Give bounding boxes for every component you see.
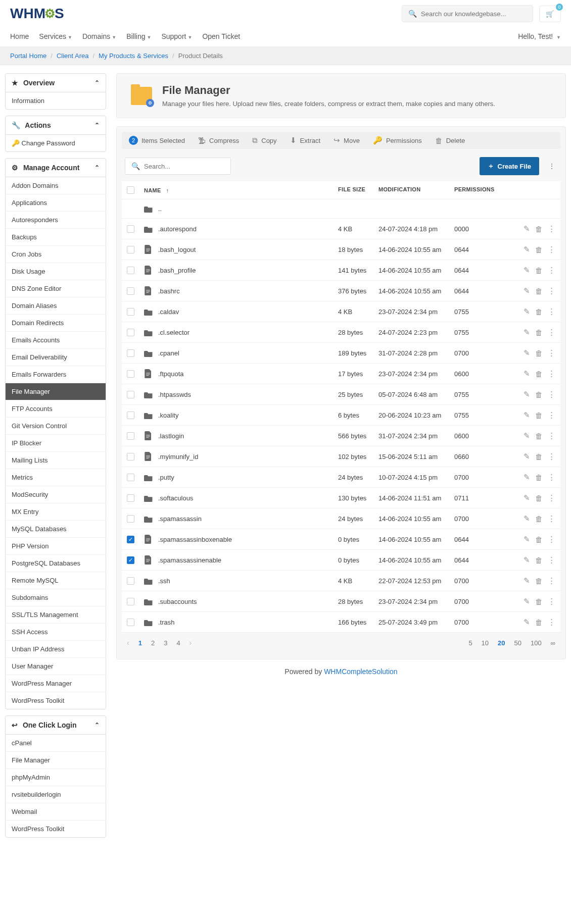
trash-icon[interactable]: 🗑 xyxy=(535,452,543,461)
table-row[interactable]: ✓.spamassassinboxenable0 bytes14-06-2024… xyxy=(122,529,560,550)
sidebar-item-php-version[interactable]: PHP Version xyxy=(6,537,106,554)
trash-icon[interactable]: 🗑 xyxy=(535,535,543,544)
row-checkbox[interactable] xyxy=(127,619,134,626)
more-vert-icon[interactable]: ⋮ xyxy=(548,348,555,357)
edit-icon[interactable]: ✎ xyxy=(524,410,530,420)
table-row[interactable]: .bash_profile141 bytes14-06-2024 10:55 a… xyxy=(122,260,560,281)
more-vert-icon[interactable]: ⋮ xyxy=(548,369,555,378)
sidebar-item-postgresql-databases[interactable]: PostgreSQL Databases xyxy=(6,554,106,572)
sidebar-item-emails-forwarders[interactable]: Emails Forwarders xyxy=(6,366,106,383)
row-checkbox[interactable] xyxy=(127,577,134,585)
edit-icon[interactable]: ✎ xyxy=(524,535,530,544)
sidebar-item-domain-redirects[interactable]: Domain Redirects xyxy=(6,314,106,331)
more-vert-icon[interactable]: ⋮ xyxy=(548,473,555,482)
row-checkbox[interactable] xyxy=(127,246,134,253)
breadcrumb-item[interactable]: My Products & Services xyxy=(99,52,168,60)
row-checkbox[interactable] xyxy=(127,225,134,233)
edit-icon[interactable]: ✎ xyxy=(524,493,530,502)
more-vert-icon[interactable]: ⋮ xyxy=(548,245,555,254)
more-vert-icon[interactable]: ⋮ xyxy=(548,410,555,420)
panel-head-overview[interactable]: ★ Overview⌃ xyxy=(6,74,106,92)
sidebar-item-domain-aliases[interactable]: Domain Aliases xyxy=(6,297,106,314)
trash-icon[interactable]: 🗑 xyxy=(535,349,543,357)
trash-icon[interactable]: 🗑 xyxy=(535,556,543,564)
edit-icon[interactable]: ✎ xyxy=(524,452,530,461)
edit-icon[interactable]: ✎ xyxy=(524,576,530,585)
row-checkbox[interactable]: ✓ xyxy=(127,536,134,543)
file-search-input[interactable] xyxy=(144,163,229,170)
table-row[interactable]: .putty24 bytes10-07-2024 4:15 pm0700✎🗑⋮ xyxy=(122,467,560,488)
sidebar-item-git-version-control[interactable]: Git Version Control xyxy=(6,417,106,434)
sidebar-item-file-manager[interactable]: File Manager xyxy=(6,383,106,400)
more-vert-icon[interactable]: ⋮ xyxy=(548,452,555,461)
row-checkbox[interactable]: ✓ xyxy=(127,556,134,564)
sidebar-item-disk-usage[interactable]: Disk Usage xyxy=(6,263,106,280)
table-row[interactable]: .koality6 bytes20-06-2024 10:23 am0755✎🗑… xyxy=(122,405,560,426)
edit-icon[interactable]: ✎ xyxy=(524,266,530,275)
more-vert-icon[interactable]: ⋮ xyxy=(548,390,555,399)
row-checkbox[interactable] xyxy=(127,391,134,398)
more-vert-icon[interactable]: ⋮ xyxy=(548,493,555,502)
page-3[interactable]: 3 xyxy=(164,639,167,647)
sidebar-item-dns-zone-editor[interactable]: DNS Zone Editor xyxy=(6,280,106,297)
edit-icon[interactable]: ✎ xyxy=(524,390,530,399)
trash-icon[interactable]: 🗑 xyxy=(535,245,543,254)
table-row[interactable]: .ssh4 KB22-07-2024 12:53 pm0700✎🗑⋮ xyxy=(122,571,560,591)
column-name[interactable]: NAME ↑ xyxy=(144,186,338,194)
edit-icon[interactable]: ✎ xyxy=(524,369,530,378)
breadcrumb-item[interactable]: Portal Home xyxy=(10,52,46,60)
more-vert-icon[interactable]: ⋮ xyxy=(548,576,555,585)
create-file-button[interactable]: ＋Create File xyxy=(480,157,539,175)
page-4[interactable]: 4 xyxy=(176,639,180,647)
sidebar-item-unban-ip-address[interactable]: Unban IP Address xyxy=(6,640,106,657)
trash-icon[interactable]: 🗑 xyxy=(535,370,543,378)
sidebar-item-mysql-databases[interactable]: MySQL Databases xyxy=(6,520,106,537)
edit-icon[interactable]: ✎ xyxy=(524,307,530,316)
more-vert-icon[interactable]: ⋮ xyxy=(548,618,555,627)
footer-link[interactable]: WHMCompleteSolution xyxy=(324,668,398,676)
sidebar-item-user-manager[interactable]: User Manager xyxy=(6,657,106,675)
pagesize-∞[interactable]: ∞ xyxy=(551,639,555,647)
trash-icon[interactable]: 🗑 xyxy=(535,597,543,606)
row-checkbox[interactable] xyxy=(127,308,134,316)
trash-icon[interactable]: 🗑 xyxy=(535,515,543,523)
sidebar-item-backups[interactable]: Backups xyxy=(6,228,106,245)
page-2[interactable]: 2 xyxy=(151,639,155,647)
sidebar-item-cpanel[interactable]: cPanel xyxy=(6,735,106,751)
row-checkbox[interactable] xyxy=(127,494,134,502)
edit-icon[interactable]: ✎ xyxy=(524,618,530,627)
table-row[interactable]: .cpanel189 bytes31-07-2024 2:28 pm0700✎🗑… xyxy=(122,343,560,364)
pagesize-10[interactable]: 10 xyxy=(482,639,489,647)
more-vert-icon[interactable]: ⋮ xyxy=(548,224,555,233)
trash-icon[interactable]: 🗑 xyxy=(535,618,543,627)
logo[interactable]: WHM⚙S xyxy=(10,6,64,22)
sidebar-item-ip-blocker[interactable]: IP Blocker xyxy=(6,434,106,451)
sidebar-item-autoresponders[interactable]: Autoresponders xyxy=(6,211,106,228)
column-permissions[interactable]: PERMISSIONS xyxy=(454,186,505,194)
sidebar-item-metrics[interactable]: Metrics xyxy=(6,469,106,486)
page-next[interactable]: › xyxy=(189,639,192,647)
table-row[interactable]: .autorespond4 KB24-07-2024 4:18 pm0000✎🗑… xyxy=(122,219,560,239)
table-row[interactable]: .ftpquota17 bytes23-07-2024 2:34 pm0600✎… xyxy=(122,364,560,384)
more-vert-icon[interactable]: ⋮ xyxy=(548,535,555,544)
knowledgebase-search[interactable]: 🔍 xyxy=(402,5,533,22)
nav-services[interactable]: Services▼ xyxy=(39,32,72,40)
sidebar-item-mailing-lists[interactable]: Mailing Lists xyxy=(6,451,106,469)
row-checkbox[interactable] xyxy=(127,349,134,357)
panel-head-one-click-login[interactable]: ↩ One Click Login⌃ xyxy=(6,716,106,735)
sidebar-item-file-manager[interactable]: File Manager xyxy=(6,751,106,768)
row-checkbox[interactable] xyxy=(127,267,134,274)
sidebar-item-phpmyadmin[interactable]: phpMyAdmin xyxy=(6,768,106,786)
nav-support[interactable]: Support▼ xyxy=(161,32,192,40)
pagesize-100[interactable]: 100 xyxy=(531,639,542,647)
panel-head-actions[interactable]: 🔧 Actions⌃ xyxy=(6,116,106,135)
sidebar-item-modsecurity[interactable]: ModSecurity xyxy=(6,486,106,503)
copy-button[interactable]: ⧉Copy xyxy=(252,136,276,145)
edit-icon[interactable]: ✎ xyxy=(524,224,530,233)
table-row[interactable]: .subaccounts28 bytes23-07-2024 2:34 pm07… xyxy=(122,591,560,612)
sidebar-item-rvsitebuilderlogin[interactable]: rvsitebuilderlogin xyxy=(6,786,106,803)
row-checkbox[interactable] xyxy=(127,287,134,295)
search-input[interactable] xyxy=(421,10,527,18)
edit-icon[interactable]: ✎ xyxy=(524,328,530,337)
sidebar-item-cron-jobs[interactable]: Cron Jobs xyxy=(6,245,106,263)
